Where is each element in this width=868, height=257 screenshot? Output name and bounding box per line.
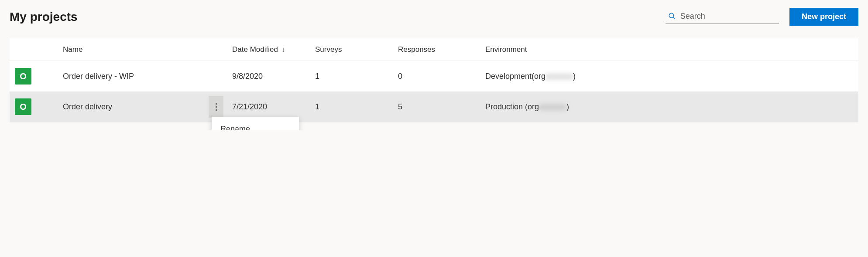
column-date-modified[interactable]: Date Modified ↓ [232, 45, 315, 54]
column-responses[interactable]: Responses [398, 45, 485, 54]
menu-item-rename[interactable]: Rename [212, 119, 299, 130]
column-environment[interactable]: Environment [485, 45, 853, 54]
page-title: My projects [10, 10, 78, 24]
table-header: Name Date Modified ↓ Surveys Responses E… [10, 38, 858, 61]
projects-table: Name Date Modified ↓ Surveys Responses E… [10, 38, 858, 122]
surveys-value: 1 [315, 102, 398, 112]
table-row[interactable]: O Order delivery 7/21/2020 1 5 Productio… [10, 91, 858, 122]
column-name[interactable]: Name [63, 45, 232, 54]
project-name: Order delivery [63, 102, 112, 112]
responses-value: 5 [398, 102, 485, 112]
svg-line-1 [673, 17, 675, 19]
search-field[interactable] [666, 10, 779, 24]
new-project-button[interactable]: New project [789, 8, 858, 26]
environment-value: Development(orgxxxxxxx) [485, 72, 853, 81]
project-badge-icon: O [15, 68, 31, 85]
more-actions-button[interactable] [209, 96, 223, 118]
date-modified-value: 9/8/2020 [232, 72, 315, 81]
responses-value: 0 [398, 72, 485, 81]
project-name: Order delivery - WIP [63, 72, 134, 81]
svg-point-0 [669, 13, 673, 17]
context-menu: Rename Copy Share Update Delete [212, 117, 299, 130]
sort-descending-icon: ↓ [281, 46, 285, 54]
table-row[interactable]: O Order delivery - WIP 9/8/2020 1 0 Deve… [10, 61, 858, 91]
environment-value: Production (orgxxxxxxx) [485, 102, 853, 112]
project-badge-icon: O [15, 98, 31, 115]
surveys-value: 1 [315, 72, 398, 81]
date-modified-value: 7/21/2020 [232, 102, 315, 112]
search-icon [668, 12, 676, 20]
vertical-dots-icon [216, 103, 217, 111]
column-date-modified-label: Date Modified [232, 45, 278, 54]
search-input[interactable] [680, 12, 776, 21]
column-surveys[interactable]: Surveys [315, 45, 398, 54]
